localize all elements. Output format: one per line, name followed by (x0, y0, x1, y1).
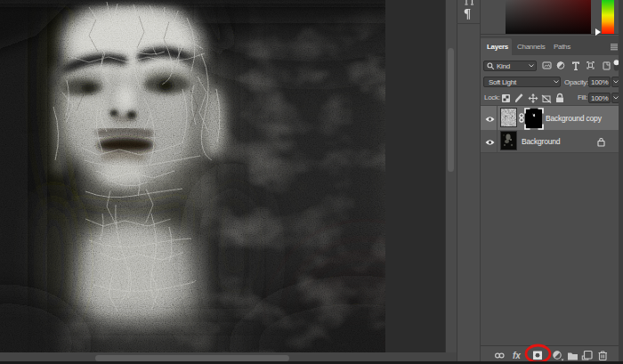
svg-text:fx: fx (513, 351, 521, 360)
